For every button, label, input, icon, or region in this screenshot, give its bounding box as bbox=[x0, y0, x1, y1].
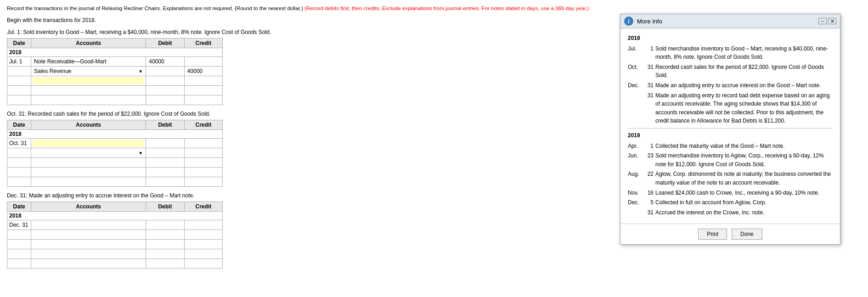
close-button[interactable]: ✕ bbox=[828, 18, 836, 24]
modal-text-jul1: Sold merchandise inventory to Good – Mar… bbox=[655, 45, 833, 62]
modal-day-nov16: 16 bbox=[643, 189, 654, 197]
modal-month-dec: Dec. bbox=[628, 81, 642, 90]
modal-month-oct: Oct. bbox=[628, 63, 642, 80]
modal-month-jul: Jul. bbox=[628, 45, 642, 62]
modal-text-dec31b: Made an adjusting entry to record bad de… bbox=[655, 91, 833, 125]
modal-text-dec5: Collected in full on account from Aglow,… bbox=[655, 198, 833, 207]
modal-header: i More Info − ✕ bbox=[620, 14, 840, 28]
modal-month-dec2 bbox=[628, 91, 642, 125]
modal-entry-dec31a: Dec. 31 Made an adjusting entry to accru… bbox=[628, 81, 833, 90]
modal-year-2019: 2019 bbox=[628, 131, 833, 140]
modal-text-oct31: Recorded cash sales for the period of $2… bbox=[655, 63, 833, 80]
modal-text-apr1: Collected the maturity value of the Good… bbox=[655, 142, 833, 151]
modal-year-2018: 2018 bbox=[628, 34, 833, 43]
modal-month-dec3: Dec. bbox=[628, 198, 642, 207]
modal-entry-oct31: Oct. 31 Recorded cash sales for the peri… bbox=[628, 63, 833, 80]
modal-entry-nov16: Nov. 16 Loaned $24,000 cash to Crowe, In… bbox=[628, 189, 833, 197]
modal-day-jul1: 1 bbox=[643, 45, 654, 62]
modal-entry-apr1: Apr. 1 Collected the maturity value of t… bbox=[628, 142, 833, 151]
minimize-button[interactable]: − bbox=[818, 18, 827, 24]
modal-month-apr: Apr. bbox=[628, 142, 642, 151]
modal-body: 2018 Jul. 1 Sold merchandise inventory t… bbox=[620, 28, 840, 224]
modal-day-oct31: 31 bbox=[643, 63, 654, 80]
print-button[interactable]: Print bbox=[698, 229, 727, 240]
modal-title: More Info bbox=[637, 18, 817, 25]
modal-day-aug22: 22 bbox=[643, 170, 654, 187]
modal-day-dec31c: 31 bbox=[643, 208, 654, 217]
modal-day-apr1: 1 bbox=[643, 142, 654, 151]
modal-text-nov16: Loaned $24,000 cash to Crowe, Inc., rece… bbox=[655, 189, 833, 197]
modal-entry-dec31b: 31 Made an adjusting entry to record bad… bbox=[628, 91, 833, 125]
modal-text-dec31a: Made an adjusting entry to accrue intere… bbox=[655, 81, 833, 90]
modal-day-dec31b: 31 bbox=[643, 91, 654, 125]
modal-month-aug: Aug. bbox=[628, 170, 642, 187]
modal-entry-jul1: Jul. 1 Sold merchandise inventory to Goo… bbox=[628, 45, 833, 62]
modal-footer: Print Done bbox=[620, 224, 840, 244]
modal-text-dec31c: Accrued the interest on the Crowe, Inc. … bbox=[655, 208, 833, 217]
modal-text-jun23: Sold merchandise inventory to Aglow, Cor… bbox=[655, 151, 833, 168]
modal-month-jun: Jun. bbox=[628, 151, 642, 168]
modal-day-jun23: 23 bbox=[643, 151, 654, 168]
modal-overlay: i More Info − ✕ 2018 Jul. 1 Sold merchan… bbox=[0, 0, 868, 277]
modal-entry-dec5: Dec. 5 Collected in full on account from… bbox=[628, 198, 833, 207]
done-button[interactable]: Done bbox=[732, 229, 762, 240]
modal-divider bbox=[628, 128, 833, 129]
modal-month-dec4 bbox=[628, 208, 642, 217]
modal-day-dec31a: 31 bbox=[643, 81, 654, 90]
modal-entry-aug22: Aug. 22 Aglow, Corp. dishonored its note… bbox=[628, 170, 833, 187]
info-icon: i bbox=[624, 17, 633, 26]
modal-text-aug22: Aglow, Corp. dishonored its note at matu… bbox=[655, 170, 833, 187]
modal: i More Info − ✕ 2018 Jul. 1 Sold merchan… bbox=[620, 14, 840, 245]
modal-day-dec5: 5 bbox=[643, 198, 654, 207]
modal-entry-dec31c: 31 Accrued the interest on the Crowe, In… bbox=[628, 208, 833, 217]
modal-entry-jun23: Jun. 23 Sold merchandise inventory to Ag… bbox=[628, 151, 833, 168]
modal-month-nov: Nov. bbox=[628, 189, 642, 197]
